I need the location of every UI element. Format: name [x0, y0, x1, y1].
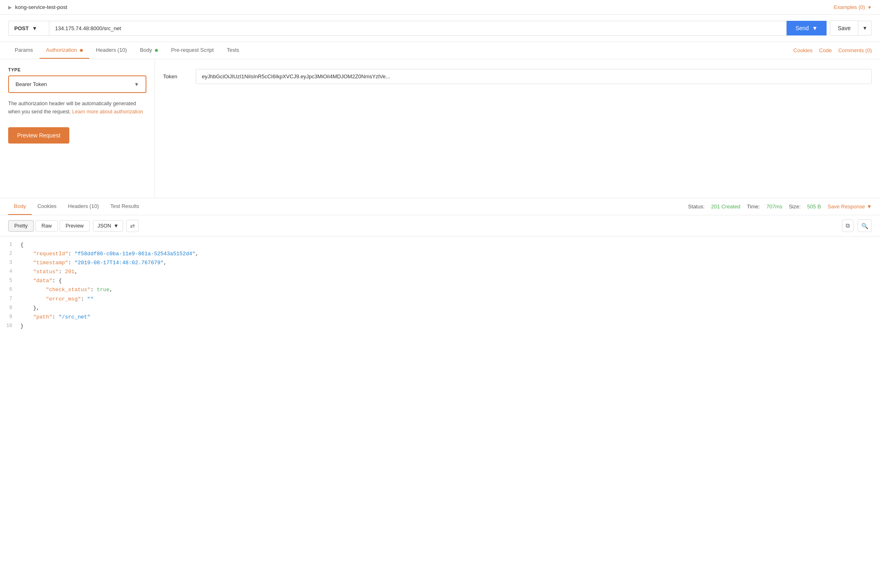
learn-more-link[interactable]: Learn more about authorization [72, 109, 143, 115]
send-label: Send [796, 25, 809, 31]
size-label: Size: [789, 203, 800, 210]
json-line-10: 10 } [0, 322, 880, 331]
format-type-select[interactable]: JSON ▼ [93, 220, 123, 232]
copy-icon: ⧉ [846, 222, 850, 229]
response-section: Body Cookies Headers (10) Test Results S… [0, 198, 880, 335]
format-type-label: JSON [97, 223, 111, 229]
examples-area: Examples (0) ▼ [834, 4, 872, 10]
code-link[interactable]: Code [819, 47, 832, 53]
type-selector[interactable]: Bearer Token ▼ [11, 78, 144, 91]
format-pretty-button[interactable]: Pretty [8, 220, 34, 232]
json-line-8: 8 }, [0, 304, 880, 313]
response-tab-body-label: Body [14, 203, 26, 209]
copy-button[interactable]: ⧉ [842, 219, 853, 232]
tab-authorization-label: Authorization [46, 47, 77, 53]
format-type-chevron: ▼ [113, 223, 118, 229]
response-tab-cookies[interactable]: Cookies [32, 198, 62, 215]
response-tab-cookies-label: Cookies [38, 203, 57, 209]
top-bar: ▶ kong-service-test-post Examples (0) ▼ [0, 0, 880, 15]
line-num-10: 10 [6, 322, 20, 331]
json-line-9: 9 "path" : "/src_net" [0, 313, 880, 322]
response-tab-headers[interactable]: Headers (10) [62, 198, 105, 215]
format-preview-button[interactable]: Preview [60, 220, 90, 232]
examples-chevron[interactable]: ▼ [867, 5, 872, 10]
preview-request-button[interactable]: Preview Request [8, 127, 69, 144]
line-num-1: 1 [6, 241, 20, 250]
json-line-4: 4 "status" : 201 , [0, 267, 880, 276]
tab-authorization[interactable]: Authorization [40, 42, 90, 59]
token-row: Token [163, 69, 872, 84]
response-tab-test-results[interactable]: Test Results [104, 198, 145, 215]
tab-body[interactable]: Body [133, 42, 164, 59]
auth-description: The authorization header will be automat… [8, 99, 146, 116]
json-line-6: 6 "check_status" : true , [0, 285, 880, 294]
wrap-icon: ⇄ [130, 223, 135, 229]
tab-headers[interactable]: Headers (10) [89, 42, 133, 59]
auth-left-panel: TYPE Bearer Token ▼ The authorization he… [0, 59, 155, 198]
tab-pre-request-label: Pre-request Script [171, 47, 214, 53]
type-value: Bearer Token [15, 81, 47, 87]
size-value: 505 B [807, 203, 821, 210]
collapse-arrow[interactable]: ▶ [8, 4, 12, 10]
save-response-label: Save Response [827, 203, 865, 210]
json-line-1: 1 { [0, 241, 880, 250]
json-line-5: 5 "data" : { [0, 276, 880, 285]
line-num-7: 7 [6, 295, 20, 304]
save-response-button[interactable]: Save Response ▼ [827, 203, 872, 210]
line-num-3: 3 [6, 259, 20, 267]
request-title: kong-service-test-post [15, 4, 67, 10]
main-content: TYPE Bearer Token ▼ The authorization he… [0, 59, 880, 198]
right-links: Cookies Code Comments (0) [794, 47, 872, 53]
json-line-2: 2 "requestId" : "f58ddf86-c0ba-11e9-861a… [0, 250, 880, 259]
comments-link[interactable]: Comments (0) [838, 47, 872, 53]
line-num-2: 2 [6, 250, 20, 259]
response-tab-body[interactable]: Body [8, 198, 32, 215]
token-label: Token [163, 73, 188, 80]
body-dot [155, 49, 158, 52]
time-value: 707ms [766, 203, 782, 210]
request-title-bar: ▶ kong-service-test-post [8, 4, 67, 10]
search-icon: 🔍 [861, 223, 868, 229]
tab-body-label: Body [140, 47, 152, 53]
cookies-link[interactable]: Cookies [794, 47, 813, 53]
auth-right-panel: Token [155, 59, 880, 198]
format-raw-button[interactable]: Raw [35, 220, 58, 232]
tab-params[interactable]: Params [8, 42, 40, 59]
response-status-bar: Status: 201 Created Time: 707ms Size: 50… [688, 203, 872, 210]
tab-params-label: Params [15, 47, 33, 53]
format-bar-right: ⧉ 🔍 [840, 219, 872, 232]
method-label: POST [14, 25, 29, 31]
save-button[interactable]: Save [830, 20, 858, 36]
json-view-container: 1 { 2 "requestId" : "f58ddf86-c0ba-11e9-… [0, 237, 880, 335]
tab-tests[interactable]: Tests [220, 42, 245, 59]
method-chevron: ▼ [32, 25, 37, 31]
format-bar: Pretty Raw Preview JSON ▼ ⇄ ⧉ 🔍 [0, 215, 880, 237]
method-select[interactable]: POST ▼ [8, 21, 49, 36]
response-tab-test-results-label: Test Results [110, 203, 139, 209]
authorization-dot [80, 49, 83, 52]
type-heading: TYPE [8, 67, 146, 72]
line-num-4: 4 [6, 267, 20, 276]
send-chevron: ▼ [812, 25, 818, 31]
time-label: Time: [747, 203, 760, 210]
line-num-8: 8 [6, 304, 20, 313]
json-line-7: 7 "error_msg" : "" [0, 295, 880, 304]
save-label: Save [838, 25, 851, 31]
save-response-chevron: ▼ [867, 203, 872, 210]
type-select-chevron: ▼ [134, 82, 139, 87]
response-tabs-row: Body Cookies Headers (10) Test Results S… [0, 198, 880, 215]
status-label: Status: [688, 203, 704, 210]
tab-pre-request[interactable]: Pre-request Script [164, 42, 220, 59]
url-input[interactable] [49, 21, 787, 36]
json-line-3: 3 "timestamp" : "2019-08-17T14:48:02.767… [0, 259, 880, 267]
tab-tests-label: Tests [227, 47, 239, 53]
json-view: 1 { 2 "requestId" : "f58ddf86-c0ba-11e9-… [0, 237, 880, 335]
tab-headers-label: Headers (10) [96, 47, 127, 53]
token-input[interactable] [196, 69, 872, 84]
send-button[interactable]: Send ▼ [787, 21, 827, 35]
examples-link[interactable]: Examples (0) [834, 4, 865, 10]
wrap-toggle-button[interactable]: ⇄ [126, 220, 139, 232]
save-dropdown-button[interactable]: ▼ [858, 21, 872, 35]
line-num-5: 5 [6, 276, 20, 285]
search-button[interactable]: 🔍 [858, 219, 872, 232]
